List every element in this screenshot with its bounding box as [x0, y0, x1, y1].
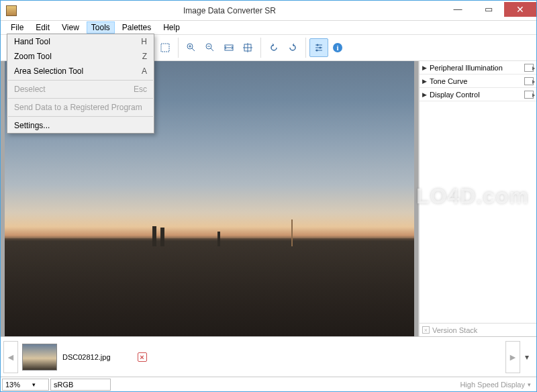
- menu-item-area-selection-tool[interactable]: Area Selection Tool A: [7, 64, 154, 79]
- svg-point-23: [320, 47, 322, 49]
- chevron-down-icon: ▾: [32, 381, 36, 388]
- reset-icon[interactable]: [524, 91, 534, 99]
- zoom-out-button[interactable]: [201, 38, 219, 57]
- menu-tools[interactable]: Tools: [87, 21, 115, 34]
- menu-item-send-data: Send Data to a Registered Program: [7, 100, 154, 115]
- adjustment-panel: ▶ Peripheral Illumination ▶ Tone Curve ▶…: [419, 61, 536, 336]
- area-select-button[interactable]: [156, 38, 175, 57]
- menubar: File Edit View Tools Palettes Help: [1, 21, 536, 34]
- maximize-button[interactable]: ▭: [473, 2, 504, 17]
- reset-icon[interactable]: [524, 77, 534, 85]
- svg-line-8: [192, 48, 195, 51]
- fit-width-button[interactable]: [219, 38, 238, 57]
- zoom-level-field[interactable]: 13% ▾: [2, 379, 49, 391]
- statusbar: 13% ▾ sRGB High Speed Display ▾: [1, 377, 536, 391]
- menu-file[interactable]: File: [6, 21, 28, 34]
- panel-display-control[interactable]: ▶ Display Control: [420, 88, 536, 101]
- thumbnail[interactable]: [22, 344, 57, 371]
- fit-screen-button[interactable]: [238, 38, 257, 57]
- panel-peripheral-illumination[interactable]: ▶ Peripheral Illumination: [420, 61, 536, 75]
- info-button[interactable]: i: [328, 38, 347, 57]
- panel-tone-curve[interactable]: ▶ Tone Curve: [420, 75, 536, 88]
- menu-item-zoom-tool[interactable]: Zoom Tool Z: [7, 49, 154, 64]
- colorspace-field[interactable]: sRGB: [50, 379, 111, 391]
- reset-icon[interactable]: [524, 64, 534, 72]
- thumbnail-menu-dropdown[interactable]: ▾: [523, 352, 531, 362]
- app-icon: [6, 5, 17, 16]
- minimize-button[interactable]: —: [442, 2, 473, 17]
- expand-icon: ▶: [422, 64, 427, 71]
- thumbnail-strip: ◄ DSC02812.jpg × ► ▾: [1, 336, 536, 377]
- titlebar: Image Data Converter SR — ▭ ✕: [1, 1, 536, 21]
- menu-item-hand-tool[interactable]: Hand Tool H: [7, 34, 154, 49]
- rotate-left-button[interactable]: [264, 38, 283, 57]
- svg-point-22: [317, 44, 319, 46]
- svg-line-12: [211, 48, 213, 51]
- menu-view[interactable]: View: [57, 21, 84, 34]
- thumbnail-filename: DSC02812.jpg: [61, 353, 111, 361]
- menu-palettes[interactable]: Palettes: [117, 21, 156, 34]
- expand-icon: ▶: [422, 91, 427, 98]
- menu-help[interactable]: Help: [158, 21, 185, 34]
- version-stack-bar[interactable]: × Version Stack: [420, 323, 536, 336]
- close-button[interactable]: ✕: [504, 2, 536, 17]
- zoom-in-button[interactable]: [182, 38, 201, 57]
- svg-point-24: [316, 50, 318, 52]
- chevron-down-icon[interactable]: ▾: [528, 381, 531, 388]
- window-title: Image Data Converter SR: [17, 6, 442, 15]
- display-mode-label: High Speed Display: [460, 381, 525, 389]
- menu-item-deselect: Deselect Esc: [7, 82, 154, 97]
- menu-edit[interactable]: Edit: [31, 21, 54, 34]
- rotate-right-button[interactable]: [283, 38, 302, 57]
- adjust-panel-button[interactable]: [309, 38, 328, 57]
- prev-image-button[interactable]: ◄: [3, 341, 18, 373]
- close-icon[interactable]: ×: [422, 326, 430, 334]
- svg-rect-6: [161, 44, 169, 52]
- next-image-button[interactable]: ►: [505, 341, 520, 373]
- svg-text:i: i: [336, 44, 338, 52]
- remove-thumbnail-button[interactable]: ×: [138, 352, 147, 362]
- tools-menu-dropdown: Hand Tool H Zoom Tool Z Area Selection T…: [7, 34, 154, 134]
- menu-item-settings[interactable]: Settings...: [7, 118, 154, 133]
- expand-icon: ▶: [422, 78, 427, 85]
